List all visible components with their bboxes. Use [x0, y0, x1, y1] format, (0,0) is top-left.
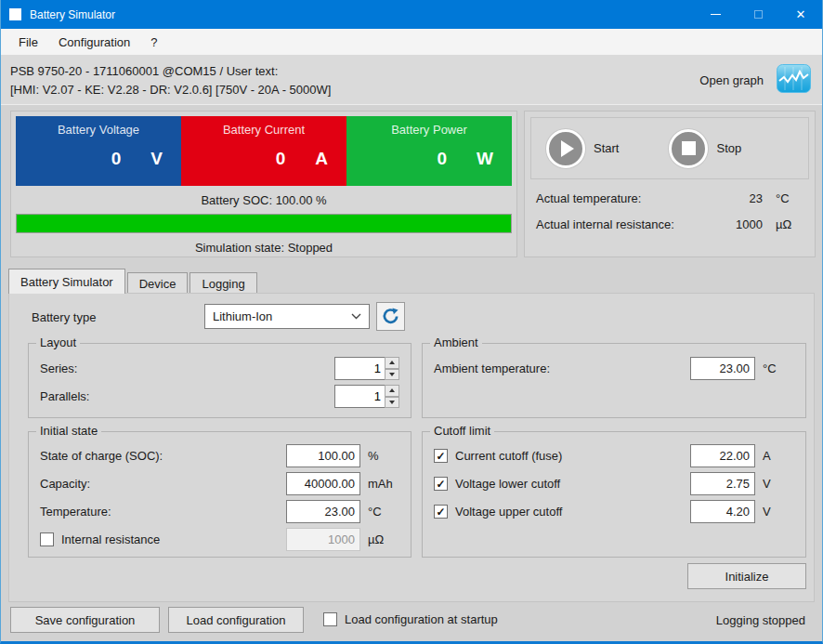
tab-strip: Battery Simulator Device Logging	[8, 269, 259, 294]
simulation-state-label: Simulation state: Stopped	[11, 241, 516, 255]
soc-label: State of charge (SOC):	[40, 449, 286, 463]
series-up-button[interactable]	[385, 357, 399, 369]
initialize-button[interactable]: Initialize	[687, 563, 806, 589]
device-info-bar: PSB 9750-20 - 1711060001 @COM15 / User t…	[1, 55, 822, 105]
voltage-upper-cutoff-field[interactable]	[690, 500, 755, 523]
battery-power-unit: W	[477, 149, 493, 169]
parallels-label: Parallels:	[40, 389, 334, 403]
arrow-up-icon	[389, 361, 395, 364]
tab-battery-simulator[interactable]: Battery Simulator	[8, 269, 125, 294]
capacity-unit: mAh	[368, 477, 399, 491]
soc-field[interactable]	[286, 444, 360, 467]
arrow-down-icon	[389, 401, 395, 404]
minimize-button[interactable]	[694, 0, 737, 29]
voltage-upper-cutoff-checkbox[interactable]: ✓	[434, 505, 448, 519]
stop-button[interactable]: Stop	[669, 129, 741, 168]
voltage-lower-cutoff-field[interactable]	[690, 472, 755, 495]
battery-current-value: 0	[276, 149, 286, 169]
current-cutoff-label: Current cutoff (fuse)	[455, 449, 690, 463]
load-at-startup-checkbox[interactable]	[323, 612, 337, 626]
graph-icon	[777, 64, 811, 93]
battery-type-selected: Lithium-Ion	[213, 309, 351, 323]
internal-resistance-label: Internal resistance	[61, 532, 286, 546]
voltage-upper-cutoff-unit: V	[763, 505, 794, 519]
title-bar: Battery Simulator ✕	[1, 0, 822, 29]
device-info-line2: [HMI: V2.07 - KE: V2.28 - DR: V2.0.6] [7…	[10, 81, 331, 99]
battery-soc-label: Battery SOC: 100.00 %	[11, 193, 516, 207]
menu-configuration[interactable]: Configuration	[48, 29, 140, 55]
tab-logging[interactable]: Logging	[189, 272, 256, 294]
initial-state-group-title: Initial state	[36, 424, 101, 438]
arrow-up-icon	[389, 388, 395, 392]
temperature-field[interactable]	[286, 500, 360, 523]
battery-power-label: Battery Power	[346, 123, 512, 137]
internal-resistance-unit: µΩ	[368, 532, 399, 546]
menu-bar: File Configuration ?	[1, 29, 822, 55]
play-icon	[546, 129, 585, 168]
temperature-unit: °C	[368, 505, 399, 519]
actual-temperature-label: Actual temperature:	[536, 191, 724, 205]
soc-progress-fill	[17, 215, 511, 232]
layout-group-title: Layout	[36, 335, 80, 349]
battery-current-label: Battery Current	[181, 123, 346, 137]
save-configuration-button[interactable]: Save configuration	[10, 607, 160, 633]
battery-current-unit: A	[315, 149, 328, 169]
arrow-down-icon	[389, 373, 395, 376]
current-cutoff-checkbox[interactable]: ✓	[434, 449, 448, 463]
series-stepper	[334, 357, 399, 380]
parallels-down-button[interactable]	[385, 397, 399, 409]
cutoff-limit-group: Cutoff limit ✓ Current cutoff (fuse) A ✓…	[422, 431, 806, 558]
battery-type-label: Battery type	[32, 310, 96, 324]
ambient-group-title: Ambient	[430, 335, 482, 349]
voltage-lower-cutoff-unit: V	[763, 477, 794, 491]
close-button[interactable]: ✕	[779, 0, 822, 29]
ambient-temperature-field[interactable]	[690, 357, 755, 380]
ambient-group: Ambient Ambient temperature: °C	[422, 343, 806, 418]
app-window: Battery Simulator ✕ File Configuration ?…	[0, 0, 823, 644]
tab-device[interactable]: Device	[127, 272, 189, 294]
open-graph-button[interactable]	[777, 64, 811, 96]
voltage-upper-cutoff-label: Voltage upper cutoff	[455, 505, 690, 519]
actual-resistance-value: 1000	[724, 217, 763, 231]
layout-group: Layout Series: Parallels:	[28, 343, 412, 418]
battery-voltage-value: 0	[111, 149, 122, 169]
internal-resistance-field[interactable]	[286, 528, 360, 551]
maximize-icon	[754, 10, 763, 19]
internal-resistance-checkbox[interactable]	[40, 532, 54, 546]
menu-file[interactable]: File	[8, 29, 48, 55]
actual-resistance-row: Actual internal resistance: 1000 µΩ	[525, 217, 815, 231]
logging-status-label: Logging stopped	[716, 613, 805, 627]
open-graph-label: Open graph	[699, 73, 764, 87]
battery-voltage-unit: V	[150, 149, 163, 169]
start-button[interactable]: Start	[546, 129, 619, 168]
refresh-battery-type-button[interactable]	[376, 302, 405, 331]
close-icon: ✕	[796, 8, 806, 20]
ambient-temperature-unit: °C	[763, 361, 794, 375]
battery-power-value: 0	[437, 149, 447, 169]
parallels-input[interactable]	[334, 385, 385, 408]
series-input[interactable]	[334, 357, 385, 380]
parallels-up-button[interactable]	[385, 385, 399, 397]
capacity-field[interactable]	[286, 472, 360, 495]
app-icon	[9, 8, 21, 20]
battery-current-meter: Battery Current 0 A	[181, 116, 346, 186]
temperature-label: Temperature:	[40, 505, 286, 519]
battery-voltage-label: Battery Voltage	[16, 123, 181, 137]
current-cutoff-field[interactable]	[690, 444, 755, 467]
stop-label: Stop	[716, 141, 741, 155]
device-info-line1: PSB 9750-20 - 1711060001 @COM15 / User t…	[10, 62, 331, 81]
maximize-button[interactable]	[737, 0, 779, 29]
voltage-lower-cutoff-checkbox[interactable]: ✓	[434, 477, 448, 491]
battery-voltage-meter: Battery Voltage 0 V	[16, 116, 181, 186]
initial-state-group: Initial state State of charge (SOC): % C…	[28, 431, 412, 558]
load-configuration-button[interactable]: Load configuration	[168, 607, 304, 633]
chevron-down-icon	[351, 313, 361, 320]
minimize-icon	[711, 14, 721, 15]
series-down-button[interactable]	[385, 369, 399, 381]
ambient-temperature-label: Ambient temperature:	[434, 361, 690, 375]
menu-help[interactable]: ?	[140, 29, 167, 55]
soc-progress-bar	[16, 214, 512, 233]
actual-temperature-row: Actual temperature: 23 °C	[525, 191, 815, 205]
battery-type-dropdown[interactable]: Lithium-Ion	[204, 304, 370, 329]
footer-bar: Save configuration Load configuration Lo…	[1, 602, 822, 641]
